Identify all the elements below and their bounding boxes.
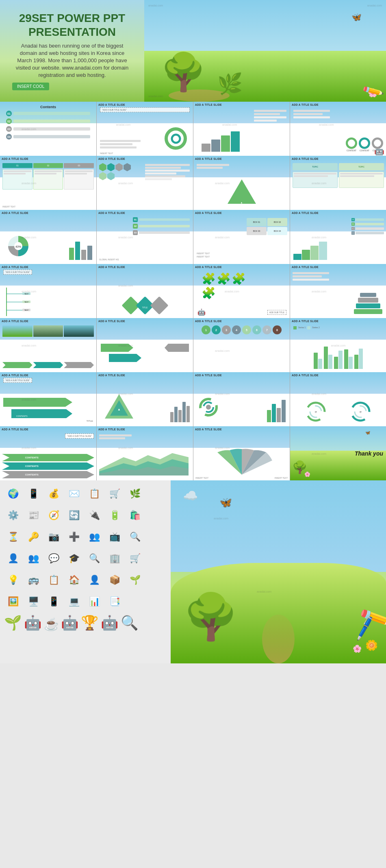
slide-21-subtitle: "ADD A SUB TITLE SLIDE" [3,378,32,383]
slide-9[interactable]: ADD A TITLE SLIDE 40% anadai.com [0,210,96,264]
slides-row-3: ADD A TITLE SLIDE 40% anadai.com [0,210,386,264]
svg-text:40%: 40% [15,245,21,248]
slide-7[interactable]: ADD A TITLE SLIDE ▲ anadai.com [193,156,290,210]
slide-15[interactable]: ADD A TITLE SLIDE 🧩 🧩 🧩 🧩 ADD SUB TITLE … [193,264,290,318]
insert-text-s27: INSERT TEXT [195,477,208,479]
slide-19[interactable]: ADD A TITLE SLIDE 1 2 3 4 5 6 7 8 anadai… [193,318,290,372]
compass-icon[interactable]: 🧭 [45,506,63,524]
slide-26-title: ADD A TITLE SLIDE [98,428,125,431]
slides-row-7: ADD A TITLE SLIDE CONTENTS CONTENTS CONT… [0,426,386,480]
slide-24-title: ADD A TITLE SLIDE [292,374,319,377]
tv-icon[interactable]: 📺 [106,528,124,546]
list-icon[interactable]: 📋 [45,571,63,589]
people-icon[interactable]: 👥 [85,528,104,546]
slide-4[interactable]: ADD A TITLE SLIDE CONTENT CONTENT CONTEN… [290,102,386,156]
chart-icon[interactable]: 📊 [85,592,104,611]
gear-icon[interactable]: ⚙️ [4,506,22,524]
slide-18-title: ADD A TITLE SLIDE [98,320,125,323]
email-icon[interactable]: ✉️ [65,484,83,503]
doc-icon[interactable]: 📑 [106,592,124,611]
slide-18[interactable]: ADD A TITLE SLIDE anadai.com [97,318,193,372]
search-icon[interactable]: 🔍 [126,528,144,546]
bus-icon[interactable]: 🚌 [24,571,43,589]
slide-6[interactable]: ADD A TITLE SLIDE anadai.com [97,156,193,210]
banner-button[interactable]: INSERT COOL [12,83,49,90]
slide-28-thankyou[interactable]: 🌳 🌸 Thank you 🦋 anadai.com [290,426,386,480]
slide-20[interactable]: ADD A TITLE SLIDE [290,318,386,372]
frame-icon[interactable]: 🖼️ [4,592,22,611]
char-6: 🔍 [121,615,139,631]
slide-13[interactable]: ADD A TITLE SLIDE "ADD A SUB TITLE SLIDE… [0,264,96,318]
magnify-icon[interactable]: 🔍 [85,549,104,567]
banner-title: 29SET POWER PPT PRESENTATION [12,11,132,39]
slide-8[interactable]: ADD A TITLE SLIDE TOPIC TOPIC [290,156,386,210]
battery-icon[interactable]: 🔋 [106,506,124,524]
building-icon[interactable]: 🏢 [106,549,124,567]
house-icon[interactable]: 🏠 [65,571,83,589]
leaf-icon[interactable]: 🌿 [126,484,144,503]
icon-row-4: 👤 👥 💬 🎓 🔍 🏢 🛒 [4,549,167,567]
svg-text:▲: ▲ [117,408,121,411]
plug-icon[interactable]: 🔌 [85,506,104,524]
full-bottom-section: 🌍 📱 💰 ✉️ 📋 🛒 🌿 ⚙️ 📰 🧭 🔄 🔌 🔋 🛍️ ⏳ [0,480,386,663]
slide-6-title: ADD A TITLE SLIDE [98,157,125,160]
bag-icon[interactable]: 🛍️ [126,506,144,524]
tablet-icon[interactable]: 📱 [45,592,63,611]
bulb-icon[interactable]: 💡 [4,571,22,589]
laptop-icon[interactable]: 💻 [65,592,83,611]
title-label-s21: TITLE [87,420,93,422]
plant-icon[interactable]: 🌱 [126,571,144,589]
slide-14-title: ADD A TITLE SLIDE [98,266,125,268]
figure-icon[interactable]: 👤 [85,571,104,589]
slide-23[interactable]: ADD A TITLE SLIDE anadai.com [193,372,290,426]
plus-icon[interactable]: ➕ [65,528,83,546]
slide-14[interactable]: ADD A TITLE SLIDE TITLE anadai.com [97,264,193,318]
char-1: 🤖 [24,615,42,631]
slide-3[interactable]: ADD A TITLE SLIDE anadai.com [193,102,290,156]
slide-27-title: ADD A TITLE SLIDE [195,428,222,431]
small-tree-icon: 🌿 [217,72,243,96]
icon-row-3: ⏳ 🔑 📷 ➕ 👥 📺 🔍 [4,528,167,546]
timer-icon[interactable]: ⏳ [4,528,22,546]
chat-icon[interactable]: 💬 [45,549,63,567]
slide-16[interactable]: ADD A TITLE SLIDE anadai.com [290,264,386,318]
icons-area: 🌍 📱 💰 ✉️ 📋 🛒 🌿 ⚙️ 📰 🧭 🔄 🔌 🔋 🛍️ ⏳ [0,480,171,663]
slide-22[interactable]: ADD A TITLE SLIDE ▲ anadai.com [97,372,193,426]
slide-27[interactable]: ADD A TITLE SLIDE INSERT TEXT INSERT TEX… [193,426,290,480]
monitor-icon[interactable]: 🖥️ [24,592,43,611]
news-icon[interactable]: 📰 [24,506,43,524]
slide-4-title: ADD A TITLE SLIDE [292,103,319,106]
slide-5[interactable]: ADD A TITLE SLIDE 01 02 03 [0,156,96,210]
camera-icon[interactable]: 📷 [45,528,63,546]
graduation-icon[interactable]: 🎓 [65,549,83,567]
box-icon[interactable]: 📦 [106,571,124,589]
slide-21[interactable]: ADD A TITLE SLIDE "ADD A SUB TITLE SLIDE… [0,372,96,426]
clipboard-icon[interactable]: 📋 [85,484,104,503]
nature-big-tree: 🌳 [183,591,239,643]
slide-24[interactable]: ADD A TITLE SLIDE ⟳ ⟳ anadai.com [290,372,386,426]
cart-icon[interactable]: 🛒 [126,549,144,567]
people-group-icon[interactable]: 👥 [24,549,43,567]
slide-11[interactable]: ADD A TITLE SLIDE BOX 01 BOX 02 BOX 03 B… [193,210,290,264]
phone-icon[interactable]: 📱 [24,484,43,503]
slide-25[interactable]: ADD A TITLE SLIDE CONTENTS CONTENTS CONT… [0,426,96,480]
slide-1-contents[interactable]: Contents 01 02 03 04 ana [0,102,96,156]
slide-17[interactable]: ADD A TITLE SLIDE anadai.com [0,318,96,372]
slide-2[interactable]: ADD A TITLE SLIDE "ADD A SUB TITLE SLIDE… [97,102,193,156]
nature-butterfly: 🦋 [219,497,232,508]
banner-image: 🌳 🌿 🌸 🦋 ✏️ anadai.com anadai.com anadai.… [144,0,386,102]
slide-10[interactable]: ADD A TITLE SLIDE 01 02 03 GLOBAL INSERT… [97,210,193,264]
slide-26[interactable]: ADD A TITLE SLIDE anadai.com [97,426,193,480]
basket-icon[interactable]: 🛒 [106,484,124,503]
slide-13-title: ADD A TITLE SLIDE [2,266,28,268]
globe-icon[interactable]: 🌍 [4,484,22,503]
slide-12[interactable]: ADD A TITLE SLIDE A B C [290,210,386,264]
set-number: 29SET [19,12,54,24]
money-icon[interactable]: 💰 [45,484,63,503]
refresh-icon[interactable]: 🔄 [65,506,83,524]
icon-row-2: ⚙️ 📰 🧭 🔄 🔌 🔋 🛍️ [4,506,167,524]
slide-15-title: ADD A TITLE SLIDE [195,266,222,268]
key-icon[interactable]: 🔑 [24,528,43,546]
person-money-icon[interactable]: 👤 [4,549,22,567]
insert-text-s11: INSERT TEXT [197,252,210,255]
